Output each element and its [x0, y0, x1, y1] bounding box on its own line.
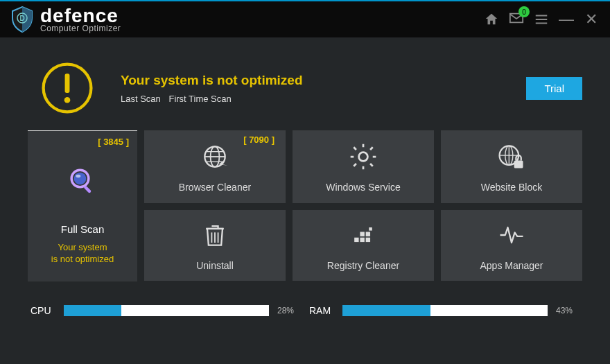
tiles-grid: [ 3845 ] Full Scan Your system is not op… [28, 130, 582, 281]
home-icon[interactable] [484, 12, 499, 27]
windows-service-label: Windows Service [326, 182, 400, 193]
close-button[interactable]: ✕ [584, 12, 599, 27]
svg-rect-25 [366, 232, 370, 236]
tile-registry-cleaner[interactable]: Registry Cleaner [293, 210, 434, 281]
uninstall-label: Uninstall [196, 260, 234, 271]
cpu-label: CPU [31, 305, 55, 316]
globe-icon [200, 141, 230, 175]
last-scan-label: Last Scan [121, 94, 161, 104]
svg-rect-22 [360, 238, 364, 242]
trial-button[interactable]: Trial [526, 77, 582, 100]
website-block-label: Website Block [481, 182, 542, 193]
svg-rect-17 [514, 160, 523, 168]
menu-icon[interactable] [534, 12, 549, 27]
tile-browser-cleaner[interactable]: [ 7090 ] Browser Cleaner [144, 130, 286, 203]
pulse-icon [496, 220, 527, 253]
tile-website-block[interactable]: Website Block [441, 130, 582, 203]
browser-cleaner-badge: [ 7090 ] [243, 135, 274, 145]
globe-lock-icon [496, 141, 527, 175]
window-controls: 0 — ✕ [484, 10, 599, 28]
apps-manager-label: Apps Manager [480, 260, 543, 271]
svg-rect-24 [360, 232, 364, 236]
svg-rect-23 [366, 238, 370, 242]
brand-subtitle: Computer Optimizer [40, 24, 121, 33]
tile-full-scan[interactable]: [ 3845 ] Full Scan Your system is not op… [28, 130, 137, 281]
brand: D defence Computer Optimizer [8, 6, 121, 33]
svg-point-7 [76, 175, 80, 177]
titlebar: D defence Computer Optimizer 0 — ✕ [0, 1, 610, 37]
svg-rect-3 [65, 73, 70, 93]
gear-icon [348, 141, 378, 175]
shield-logo-icon: D [8, 6, 36, 33]
svg-point-4 [64, 97, 71, 103]
last-scan-line: Last Scan First Time Scan [121, 94, 503, 104]
blocks-icon [348, 220, 378, 253]
svg-point-6 [74, 173, 87, 185]
svg-text:D: D [19, 15, 24, 22]
tile-windows-service[interactable]: Windows Service [293, 130, 434, 203]
svg-point-14 [359, 152, 368, 161]
meters-row: CPU 28% RAM 43% [28, 305, 582, 316]
tile-uninstall[interactable]: Uninstall [144, 210, 286, 281]
last-scan-value: First Time Scan [168, 94, 231, 104]
brand-name: defence [40, 6, 121, 26]
ram-label: RAM [309, 305, 334, 316]
main-content: Your system is not optimized Last Scan F… [0, 37, 610, 316]
mail-button[interactable]: 0 [509, 10, 524, 28]
warning-icon [37, 58, 97, 118]
full-scan-label: Full Scan [61, 223, 105, 235]
ram-bar [342, 305, 548, 316]
ram-pct: 43% [556, 306, 580, 315]
trash-icon [200, 220, 230, 253]
status-row: Your system is not optimized Last Scan F… [37, 58, 582, 118]
cpu-pct: 28% [277, 306, 301, 315]
cpu-bar [64, 305, 269, 316]
full-scan-status: Your system is not optimized [51, 242, 114, 266]
registry-cleaner-label: Registry Cleaner [327, 260, 399, 271]
mail-badge: 0 [518, 6, 530, 17]
status-title: Your system is not optimized [121, 73, 503, 88]
svg-rect-26 [369, 227, 372, 231]
full-scan-badge: [ 3845 ] [98, 137, 129, 147]
svg-rect-21 [354, 238, 358, 242]
magnifier-icon [67, 150, 98, 212]
minimize-button[interactable]: — [559, 12, 574, 27]
browser-cleaner-label: Browser Cleaner [179, 182, 251, 193]
svg-rect-8 [83, 185, 92, 193]
tile-apps-manager[interactable]: Apps Manager [441, 210, 582, 281]
